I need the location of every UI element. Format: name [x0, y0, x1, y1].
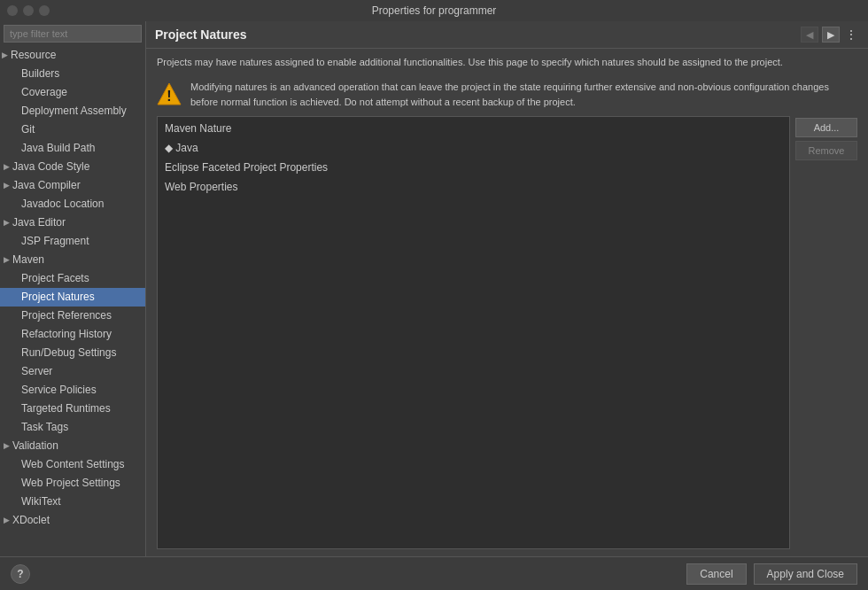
sidebar-item-label: Java Editor: [12, 215, 66, 230]
sidebar-item-service-policies[interactable]: Service Policies: [0, 381, 145, 400]
arrow-icon: ▶: [4, 252, 12, 268]
cancel-button[interactable]: Cancel: [686, 563, 746, 585]
nature-item-web-properties[interactable]: Web Properties: [158, 177, 789, 197]
bottom-bar: ? Cancel Apply and Close: [0, 556, 868, 590]
close-button[interactable]: [7, 5, 18, 16]
sidebar-item-builders[interactable]: Builders: [0, 65, 145, 83]
arrow-icon: ▶: [4, 178, 12, 193]
sidebar-item-validation[interactable]: ▶Validation: [0, 437, 145, 455]
sidebar-item-label: Deployment Assembly: [21, 104, 127, 119]
sidebar-item-maven[interactable]: ▶Maven: [0, 251, 145, 269]
sidebar-item-project-references[interactable]: Project References: [0, 307, 145, 325]
sidebar-item-project-facets[interactable]: Project Facets: [0, 269, 145, 288]
sidebar-item-refactoring-history[interactable]: Refactoring History: [0, 325, 145, 344]
sidebar-item-targeted-runtimes[interactable]: Targeted Runtimes: [0, 400, 145, 418]
svg-text:!: !: [167, 89, 171, 104]
back-button[interactable]: ◀: [801, 27, 818, 43]
sidebar-item-run-debug-settings[interactable]: Run/Debug Settings: [0, 344, 145, 362]
content-header: Project Natures ◀ ▶ ⋮: [146, 21, 868, 49]
nature-item-java-nature[interactable]: ◆ Java: [158, 138, 789, 158]
sidebar-item-java-editor[interactable]: ▶Java Editor: [0, 213, 145, 232]
sidebar-list: ▶ResourceBuildersCoverageDeployment Asse…: [0, 46, 145, 556]
sidebar-item-java-compiler[interactable]: ▶Java Compiler: [0, 176, 145, 195]
warning-box: ! Modifying natures is an advanced opera…: [157, 80, 857, 109]
sidebar-item-label: Coverage: [21, 85, 67, 100]
header-actions: ◀ ▶ ⋮: [801, 27, 859, 43]
sidebar-item-label: Validation: [12, 439, 58, 454]
sidebar-item-label: Web Content Settings: [21, 457, 125, 472]
sidebar-item-label: Web Project Settings: [21, 476, 120, 491]
description-text: Projects may have natures assigned to en…: [146, 49, 868, 76]
remove-nature-button[interactable]: Remove: [795, 141, 857, 160]
arrow-icon: ▶: [4, 513, 12, 528]
minimize-button[interactable]: [23, 5, 34, 16]
sidebar-item-label: Maven: [12, 252, 44, 268]
arrow-icon: ▶: [4, 159, 12, 175]
sidebar-item-project-natures[interactable]: Project Natures: [0, 288, 145, 307]
sidebar-item-label: Run/Debug Settings: [21, 345, 116, 361]
sidebar-item-deployment-assembly[interactable]: Deployment Assembly: [0, 102, 145, 120]
sidebar-item-label: Task Tags: [21, 420, 68, 435]
traffic-lights: [7, 5, 50, 16]
sidebar-item-label: Git: [21, 122, 35, 137]
sidebar-item-label: Project Facets: [21, 271, 89, 286]
warning-icon: !: [157, 82, 182, 106]
sidebar-item-coverage[interactable]: Coverage: [0, 83, 145, 102]
sidebar-item-label: XDoclet: [12, 513, 50, 528]
sidebar-item-label: Resource: [11, 48, 56, 63]
menu-button[interactable]: ⋮: [843, 27, 859, 43]
sidebar-item-jsp-fragment[interactable]: JSP Fragment: [0, 232, 145, 251]
sidebar-item-java-code-style[interactable]: ▶Java Code Style: [0, 158, 145, 176]
add-nature-button[interactable]: Add...: [795, 118, 857, 137]
sidebar-item-task-tags[interactable]: Task Tags: [0, 418, 145, 437]
natures-buttons: Add... Remove: [795, 116, 857, 549]
sidebar-item-xdoclet[interactable]: ▶XDoclet: [0, 511, 145, 530]
arrow-icon: ▶: [4, 215, 12, 230]
sidebar-item-label: Project References: [21, 308, 112, 323]
sidebar-item-resource[interactable]: ▶Resource: [0, 46, 145, 65]
sidebar-item-web-project-settings[interactable]: Web Project Settings: [0, 474, 145, 493]
sidebar-item-label: Java Compiler: [12, 178, 81, 193]
sidebar-item-git[interactable]: Git: [0, 120, 145, 139]
bottom-actions: Cancel Apply and Close: [686, 563, 857, 585]
natures-panel: Maven Nature◆ JavaEclipse Faceted Projec…: [157, 116, 857, 549]
nature-item-maven-nature[interactable]: Maven Nature: [158, 119, 789, 138]
sidebar-item-label: Java Code Style: [12, 159, 89, 175]
content-title: Project Natures: [155, 27, 246, 42]
sidebar-item-label: Builders: [21, 66, 59, 82]
sidebar-item-label: Server: [21, 364, 52, 379]
maximize-button[interactable]: [39, 5, 50, 16]
window-title: Properties for programmer: [372, 4, 497, 17]
sidebar-item-web-content-settings[interactable]: Web Content Settings: [0, 455, 145, 474]
sidebar-item-label: Targeted Runtimes: [21, 401, 111, 416]
sidebar-item-label: Javadoc Location: [21, 197, 104, 212]
nature-item-eclipse-faceted[interactable]: Eclipse Faceted Project Properties: [158, 158, 789, 177]
sidebar-item-label: Java Build Path: [21, 141, 95, 156]
sidebar-item-server[interactable]: Server: [0, 362, 145, 381]
arrow-icon: ▶: [2, 48, 11, 63]
warning-text: Modifying natures is an advanced operati…: [190, 80, 857, 109]
sidebar-item-label: JSP Fragment: [21, 234, 89, 249]
arrow-icon: ▶: [4, 439, 12, 454]
sidebar-item-javadoc-location[interactable]: Javadoc Location: [0, 195, 145, 213]
apply-close-button[interactable]: Apply and Close: [754, 563, 857, 585]
help-button[interactable]: ?: [11, 564, 30, 584]
title-bar: Properties for programmer: [0, 0, 868, 21]
sidebar-item-label: Service Policies: [21, 383, 97, 398]
sidebar-item-label: WikiText: [21, 494, 61, 509]
sidebar-item-wikitext[interactable]: WikiText: [0, 493, 145, 511]
forward-button[interactable]: ▶: [822, 27, 840, 43]
sidebar-item-label: Project Natures: [21, 290, 95, 305]
sidebar-item-java-build-path[interactable]: Java Build Path: [0, 139, 145, 158]
natures-list: Maven Nature◆ JavaEclipse Faceted Projec…: [157, 116, 790, 549]
filter-input[interactable]: [4, 25, 142, 43]
main-container: ▶ResourceBuildersCoverageDeployment Asse…: [0, 21, 868, 556]
content-area: Project Natures ◀ ▶ ⋮ Projects may have …: [146, 21, 868, 556]
sidebar: ▶ResourceBuildersCoverageDeployment Asse…: [0, 21, 146, 556]
sidebar-item-label: Refactoring History: [21, 327, 112, 342]
